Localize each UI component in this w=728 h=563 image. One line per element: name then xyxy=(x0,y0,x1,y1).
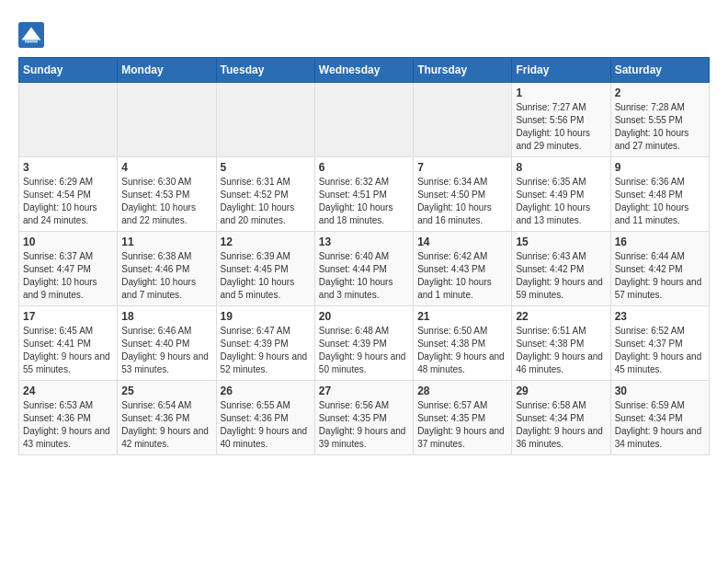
week-row-3: 10Sunrise: 6:37 AM Sunset: 4:47 PM Dayli… xyxy=(19,232,710,306)
day-cell: 29Sunrise: 6:58 AM Sunset: 4:34 PM Dayli… xyxy=(512,381,610,455)
day-info: Sunrise: 6:54 AM Sunset: 4:36 PM Dayligh… xyxy=(121,399,211,451)
day-info: Sunrise: 6:43 AM Sunset: 4:42 PM Dayligh… xyxy=(516,250,606,302)
day-info: Sunrise: 6:59 AM Sunset: 4:34 PM Dayligh… xyxy=(615,399,705,451)
logo xyxy=(18,22,48,48)
day-cell: 3Sunrise: 6:29 AM Sunset: 4:54 PM Daylig… xyxy=(19,157,118,232)
day-number: 26 xyxy=(221,385,311,397)
day-cell: 21Sunrise: 6:50 AM Sunset: 4:38 PM Dayli… xyxy=(414,306,512,381)
day-cell: 22Sunrise: 6:51 AM Sunset: 4:38 PM Dayli… xyxy=(512,306,610,381)
day-number: 29 xyxy=(516,385,606,397)
calendar-body: 1Sunrise: 7:27 AM Sunset: 5:56 PM Daylig… xyxy=(19,83,710,455)
day-info: Sunrise: 6:36 AM Sunset: 4:48 PM Dayligh… xyxy=(615,176,705,227)
day-number: 6 xyxy=(319,161,409,174)
day-cell: 8Sunrise: 6:35 AM Sunset: 4:49 PM Daylig… xyxy=(512,157,610,232)
day-cell xyxy=(19,83,118,157)
calendar-table: SundayMondayTuesdayWednesdayThursdayFrid… xyxy=(18,57,710,455)
weekday-header-sunday: Sunday xyxy=(19,58,118,83)
day-cell: 25Sunrise: 6:54 AM Sunset: 4:36 PM Dayli… xyxy=(118,381,216,455)
day-number: 7 xyxy=(417,161,507,174)
day-number: 22 xyxy=(516,310,606,323)
day-number: 11 xyxy=(121,236,211,248)
weekday-row: SundayMondayTuesdayWednesdayThursdayFrid… xyxy=(19,58,710,83)
day-number: 2 xyxy=(615,86,705,99)
day-number: 10 xyxy=(23,236,113,248)
week-row-4: 17Sunrise: 6:45 AM Sunset: 4:41 PM Dayli… xyxy=(19,306,710,381)
day-cell: 26Sunrise: 6:55 AM Sunset: 4:36 PM Dayli… xyxy=(216,381,314,455)
day-number: 23 xyxy=(615,310,705,323)
day-info: Sunrise: 6:55 AM Sunset: 4:36 PM Dayligh… xyxy=(221,399,311,451)
day-number: 21 xyxy=(417,310,507,323)
day-cell: 4Sunrise: 6:30 AM Sunset: 4:53 PM Daylig… xyxy=(118,157,216,232)
day-info: Sunrise: 7:28 AM Sunset: 5:55 PM Dayligh… xyxy=(615,101,705,153)
day-number: 19 xyxy=(221,310,311,323)
day-number: 25 xyxy=(121,385,211,397)
header xyxy=(18,18,710,48)
week-row-5: 24Sunrise: 6:53 AM Sunset: 4:36 PM Dayli… xyxy=(19,381,710,455)
day-info: Sunrise: 6:37 AM Sunset: 4:47 PM Dayligh… xyxy=(23,250,113,302)
day-info: Sunrise: 6:40 AM Sunset: 4:44 PM Dayligh… xyxy=(319,250,409,302)
day-info: Sunrise: 6:42 AM Sunset: 4:43 PM Dayligh… xyxy=(417,250,507,302)
logo-icon xyxy=(18,22,44,48)
day-info: Sunrise: 6:52 AM Sunset: 4:37 PM Dayligh… xyxy=(615,325,705,376)
day-info: Sunrise: 6:29 AM Sunset: 4:54 PM Dayligh… xyxy=(23,176,113,227)
day-info: Sunrise: 6:50 AM Sunset: 4:38 PM Dayligh… xyxy=(417,325,507,376)
day-number: 9 xyxy=(615,161,705,174)
day-cell: 18Sunrise: 6:46 AM Sunset: 4:40 PM Dayli… xyxy=(118,306,216,381)
day-cell: 9Sunrise: 6:36 AM Sunset: 4:48 PM Daylig… xyxy=(610,157,709,232)
day-cell: 27Sunrise: 6:56 AM Sunset: 4:35 PM Dayli… xyxy=(314,381,413,455)
day-cell: 19Sunrise: 6:47 AM Sunset: 4:39 PM Dayli… xyxy=(216,306,314,381)
week-row-1: 1Sunrise: 7:27 AM Sunset: 5:56 PM Daylig… xyxy=(19,83,710,157)
day-cell: 30Sunrise: 6:59 AM Sunset: 4:34 PM Dayli… xyxy=(610,381,709,455)
day-cell xyxy=(414,83,512,157)
day-cell: 17Sunrise: 6:45 AM Sunset: 4:41 PM Dayli… xyxy=(19,306,118,381)
day-number: 20 xyxy=(319,310,409,323)
day-info: Sunrise: 6:45 AM Sunset: 4:41 PM Dayligh… xyxy=(23,325,113,376)
day-info: Sunrise: 6:30 AM Sunset: 4:53 PM Dayligh… xyxy=(121,176,211,227)
day-cell: 14Sunrise: 6:42 AM Sunset: 4:43 PM Dayli… xyxy=(414,232,512,306)
day-cell: 5Sunrise: 6:31 AM Sunset: 4:52 PM Daylig… xyxy=(216,157,314,232)
day-cell: 12Sunrise: 6:39 AM Sunset: 4:45 PM Dayli… xyxy=(216,232,314,306)
day-number: 4 xyxy=(121,161,211,174)
day-info: Sunrise: 6:46 AM Sunset: 4:40 PM Dayligh… xyxy=(121,325,211,376)
day-number: 28 xyxy=(417,385,507,397)
day-number: 3 xyxy=(23,161,113,174)
day-number: 24 xyxy=(23,385,113,397)
day-number: 14 xyxy=(417,236,507,248)
day-number: 8 xyxy=(516,161,606,174)
day-number: 30 xyxy=(615,385,705,397)
weekday-header-saturday: Saturday xyxy=(610,58,709,83)
day-cell: 10Sunrise: 6:37 AM Sunset: 4:47 PM Dayli… xyxy=(19,232,118,306)
day-cell: 13Sunrise: 6:40 AM Sunset: 4:44 PM Dayli… xyxy=(314,232,413,306)
day-info: Sunrise: 6:53 AM Sunset: 4:36 PM Dayligh… xyxy=(23,399,113,451)
day-number: 17 xyxy=(23,310,113,323)
day-cell: 24Sunrise: 6:53 AM Sunset: 4:36 PM Dayli… xyxy=(19,381,118,455)
week-row-2: 3Sunrise: 6:29 AM Sunset: 4:54 PM Daylig… xyxy=(19,157,710,232)
day-info: Sunrise: 6:56 AM Sunset: 4:35 PM Dayligh… xyxy=(319,399,409,451)
day-number: 18 xyxy=(121,310,211,323)
day-info: Sunrise: 6:34 AM Sunset: 4:50 PM Dayligh… xyxy=(417,176,507,227)
day-cell: 23Sunrise: 6:52 AM Sunset: 4:37 PM Dayli… xyxy=(610,306,709,381)
day-cell: 1Sunrise: 7:27 AM Sunset: 5:56 PM Daylig… xyxy=(512,83,610,157)
day-number: 15 xyxy=(516,236,606,248)
day-info: Sunrise: 6:39 AM Sunset: 4:45 PM Dayligh… xyxy=(221,250,311,302)
day-cell xyxy=(314,83,413,157)
day-number: 1 xyxy=(516,86,606,99)
day-info: Sunrise: 6:48 AM Sunset: 4:39 PM Dayligh… xyxy=(319,325,409,376)
day-info: Sunrise: 6:35 AM Sunset: 4:49 PM Dayligh… xyxy=(516,176,606,227)
day-cell: 2Sunrise: 7:28 AM Sunset: 5:55 PM Daylig… xyxy=(610,83,709,157)
day-info: Sunrise: 6:44 AM Sunset: 4:42 PM Dayligh… xyxy=(615,250,705,302)
day-cell: 6Sunrise: 6:32 AM Sunset: 4:51 PM Daylig… xyxy=(314,157,413,232)
day-number: 16 xyxy=(615,236,705,248)
day-cell xyxy=(118,83,216,157)
day-number: 27 xyxy=(319,385,409,397)
day-cell xyxy=(216,83,314,157)
weekday-header-thursday: Thursday xyxy=(414,58,512,83)
day-info: Sunrise: 6:47 AM Sunset: 4:39 PM Dayligh… xyxy=(221,325,311,376)
day-info: Sunrise: 6:32 AM Sunset: 4:51 PM Dayligh… xyxy=(319,176,409,227)
weekday-header-wednesday: Wednesday xyxy=(314,58,413,83)
day-info: Sunrise: 6:38 AM Sunset: 4:46 PM Dayligh… xyxy=(121,250,211,302)
weekday-header-monday: Monday xyxy=(118,58,216,83)
day-info: Sunrise: 6:51 AM Sunset: 4:38 PM Dayligh… xyxy=(516,325,606,376)
day-cell: 11Sunrise: 6:38 AM Sunset: 4:46 PM Dayli… xyxy=(118,232,216,306)
day-number: 5 xyxy=(221,161,311,174)
